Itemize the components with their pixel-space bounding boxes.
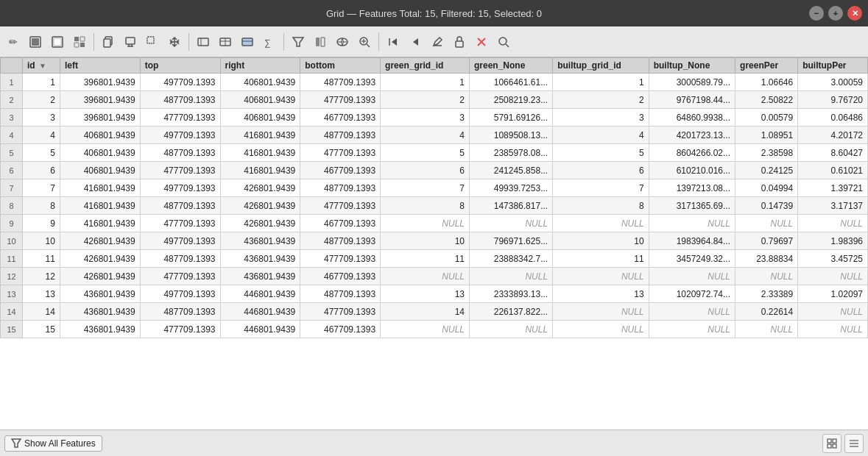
cell-builtup-grid-id: NULL [553, 303, 649, 321]
grid-view-icon[interactable] [822, 434, 841, 453]
cell-top: 477709.1393 [140, 109, 220, 127]
copy-selected-icon[interactable] [98, 32, 119, 52]
cell-greenper: NULL [735, 215, 798, 232]
cell-right: 416801.9439 [220, 127, 300, 144]
cell-id: 6 [23, 162, 60, 179]
prev-record-icon[interactable] [405, 32, 426, 52]
cell-builtup-none: 1397213.08... [649, 179, 735, 197]
cell-top: 477709.1393 [140, 162, 220, 179]
cell-bottom: 487709.1393 [300, 74, 381, 91]
col-header-greenper[interactable]: greenPer [735, 58, 798, 74]
invert-selection-icon[interactable] [69, 32, 90, 52]
filter-icon[interactable] [288, 32, 308, 52]
col-header-green-none[interactable]: green_None [470, 58, 553, 74]
col-header-left[interactable]: left [60, 58, 140, 74]
cell-builtup-none: 1020972.74... [649, 285, 735, 303]
col-header-builtup-none[interactable]: builtup_None [649, 58, 735, 74]
col-header-green-grid-id[interactable]: green_grid_id [381, 58, 470, 74]
cell-green-none: NULL [470, 268, 553, 285]
cell-top: 487709.1393 [140, 303, 220, 321]
select-visible-icon[interactable] [47, 32, 68, 52]
list-view-icon[interactable] [844, 434, 864, 453]
cell-left: 406801.9439 [60, 162, 140, 179]
svg-rect-9 [104, 39, 110, 47]
cell-builtup-per: 1.98396 [798, 232, 868, 250]
cell-right: 416801.9439 [220, 144, 300, 162]
close-button[interactable]: ✕ [847, 6, 862, 21]
row-header [1, 58, 23, 74]
first-record-icon[interactable] [383, 32, 403, 52]
deselect-icon[interactable] [142, 32, 163, 52]
row-number: 3 [1, 109, 23, 127]
zoom-selected-icon[interactable] [120, 32, 141, 52]
move-selection-icon[interactable] [164, 32, 185, 52]
cell-left: 426801.9439 [60, 232, 140, 250]
cell-builtup-grid-id: NULL [553, 215, 649, 232]
svg-marker-20 [293, 38, 303, 46]
col-header-bottom[interactable]: bottom [300, 58, 381, 74]
row-number: 1 [1, 74, 23, 91]
cell-builtup-grid-id: 8 [553, 197, 649, 215]
cell-builtup-per: 3.17137 [798, 197, 868, 215]
col-header-id[interactable]: id ▼ [23, 58, 60, 74]
row-number: 9 [1, 215, 23, 232]
cell-bottom: 467709.1393 [300, 321, 381, 338]
expression-filter-icon[interactable]: ∑ [259, 32, 280, 52]
cell-builtup-per: 3.00059 [798, 74, 868, 91]
map-layer-icon[interactable] [332, 32, 353, 52]
cell-builtup-per: NULL [798, 268, 868, 285]
select-column-icon[interactable] [237, 32, 258, 52]
cell-bottom: 487709.1393 [300, 285, 381, 303]
svg-rect-42 [833, 444, 836, 448]
cell-right: 426801.9439 [220, 197, 300, 215]
cell-right: 416801.9439 [220, 162, 300, 179]
cell-builtup-grid-id: 4 [553, 127, 649, 144]
cell-greenper: 2.38598 [735, 144, 798, 162]
cell-builtup-grid-id: 5 [553, 144, 649, 162]
cell-id: 2 [23, 91, 60, 109]
row-number: 8 [1, 197, 23, 215]
cell-greenper: 2.50822 [735, 91, 798, 109]
col-header-top[interactable]: top [140, 58, 220, 74]
delete-record-icon[interactable] [471, 32, 492, 52]
show-all-features-button[interactable]: Show All Features [4, 435, 102, 452]
table-row: 1313436801.9439497709.1393446801.9439487… [1, 285, 868, 303]
edit-record-icon[interactable] [427, 32, 448, 52]
find-icon[interactable] [493, 32, 514, 52]
minimize-button[interactable]: − [809, 6, 824, 21]
edit-pencil-icon[interactable]: ✏ [3, 32, 24, 52]
cell-builtup-none: 64860.9938... [649, 109, 735, 127]
cell-bottom: 487709.1393 [300, 127, 381, 144]
zoom-search-icon[interactable] [354, 32, 375, 52]
cell-green-none: 1066461.61... [470, 74, 553, 91]
cell-left: 416801.9439 [60, 179, 140, 197]
svg-rect-7 [80, 37, 85, 41]
cell-builtup-none: 610210.016... [649, 162, 735, 179]
cell-green-none: 5791.69126... [470, 109, 553, 127]
cell-id: 8 [23, 197, 60, 215]
col-header-builtup-grid-id[interactable]: builtup_grid_id [553, 58, 649, 74]
svg-rect-17 [242, 38, 253, 46]
add-column-icon[interactable] [215, 32, 236, 52]
svg-rect-21 [316, 38, 320, 46]
toggle-edit-icon[interactable] [193, 32, 214, 52]
lock-record-icon[interactable] [449, 32, 470, 52]
svg-rect-1 [32, 38, 39, 46]
cell-left: 416801.9439 [60, 197, 140, 215]
cell-builtup-grid-id: 2 [553, 91, 649, 109]
select-all-icon[interactable] [25, 32, 46, 52]
col-header-right[interactable]: right [220, 58, 300, 74]
maximize-button[interactable]: + [828, 6, 843, 21]
cell-bottom: 467709.1393 [300, 162, 381, 179]
cell-bottom: 477709.1393 [300, 91, 381, 109]
col-header-builtup-per[interactable]: builtupPer [798, 58, 868, 74]
cell-right: 446801.9439 [220, 303, 300, 321]
cell-top: 477709.1393 [140, 215, 220, 232]
cell-bottom: 487709.1393 [300, 232, 381, 250]
cell-green-grid-id: 2 [381, 91, 470, 109]
cell-green-none: 2508219.23... [470, 91, 553, 109]
cell-left: 396801.9439 [60, 109, 140, 127]
table-container[interactable]: id ▼ left top right bottom green_grid_id… [0, 57, 868, 430]
move-fields-icon[interactable] [310, 32, 331, 52]
cell-builtup-per: NULL [798, 321, 868, 338]
